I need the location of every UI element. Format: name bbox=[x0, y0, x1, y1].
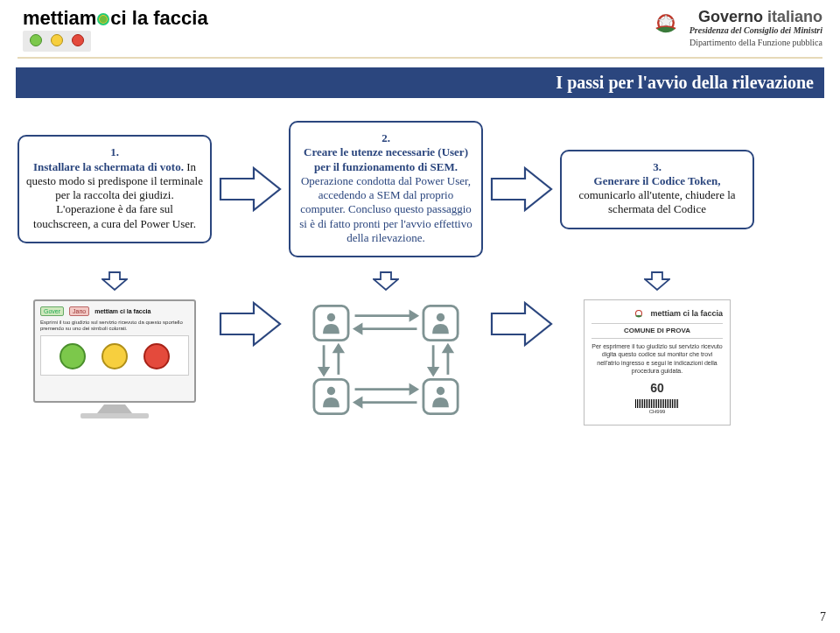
down-arrows-row bbox=[0, 266, 840, 291]
token-entity: COMUNE DI PROVA bbox=[592, 323, 723, 339]
steps-row: 1. Installare la schermata di voto. In q… bbox=[0, 98, 840, 266]
svg-rect-4 bbox=[424, 379, 458, 413]
monitor-illustration: Gover Jano mettiam ci la faccia Esprimi … bbox=[33, 299, 196, 418]
svg-point-7 bbox=[327, 387, 335, 395]
face-red-icon bbox=[72, 34, 84, 46]
gov-title: Governo italiano bbox=[698, 9, 822, 25]
svg-marker-12 bbox=[355, 325, 361, 333]
vote-face-yellow-icon bbox=[102, 343, 128, 369]
step-1-head: Installare la schermata di voto. bbox=[33, 160, 184, 173]
svg-marker-18 bbox=[319, 368, 327, 374]
page-number: 7 bbox=[820, 610, 826, 624]
svg-marker-10 bbox=[410, 312, 416, 320]
step-box-2: 2. Creare le utenze necessarie (User) pe… bbox=[289, 121, 483, 257]
step-3-head: Generare il Codice Token, bbox=[594, 174, 721, 187]
monitor-tag-red: Jano bbox=[69, 306, 89, 316]
users-diagram bbox=[298, 299, 473, 422]
svg-point-5 bbox=[327, 313, 335, 321]
token-instructions: Per esprimere il tuo giudizio sul serviz… bbox=[592, 342, 723, 374]
italy-emblem-icon bbox=[651, 9, 681, 37]
svg-marker-16 bbox=[355, 398, 361, 406]
step-1-number: 1. bbox=[110, 145, 119, 158]
gov-department: Dipartimento della Funzione pubblica bbox=[690, 38, 822, 47]
face-yellow-icon bbox=[51, 34, 63, 46]
vote-face-red-icon bbox=[144, 343, 170, 369]
svg-rect-3 bbox=[314, 379, 348, 413]
svg-point-8 bbox=[437, 387, 444, 395]
svg-point-6 bbox=[437, 313, 444, 321]
step-2-body: Operazione condotta dal Power User, acce… bbox=[299, 174, 472, 244]
slide-title: I passi per l'avvio della rilevazione bbox=[16, 67, 824, 98]
svg-marker-22 bbox=[429, 368, 437, 374]
barcode-icon bbox=[635, 399, 679, 408]
step-3-body: comunicarlo all'utente, chiudere la sche… bbox=[578, 188, 735, 215]
token-bar-label: CH999 bbox=[592, 409, 723, 416]
arrow-right-icon bbox=[490, 165, 553, 214]
arrow-right-icon bbox=[219, 165, 282, 214]
vote-face-green-icon bbox=[60, 343, 86, 369]
svg-rect-2 bbox=[424, 306, 458, 340]
brand-left: mettiamci la faccia bbox=[23, 9, 208, 52]
svg-marker-24 bbox=[444, 345, 452, 351]
italy-emblem-icon bbox=[633, 307, 645, 320]
arrow-right-icon bbox=[490, 299, 553, 348]
step-box-1: 1. Installare la schermata di voto. In q… bbox=[18, 135, 212, 243]
token-brand: mettiam ci la faccia bbox=[650, 310, 723, 318]
brand-right: Governo italiano Presidenza del Consigli… bbox=[651, 9, 822, 47]
arrow-right-icon bbox=[219, 299, 282, 348]
gov-subtitle: Presidenza del Consiglio dei Ministri bbox=[690, 25, 822, 35]
arrow-down-icon bbox=[644, 271, 670, 291]
monitor-brand: mettiam ci la faccia bbox=[94, 308, 150, 314]
monitor-instructions: Esprimi il tuo giudizio sul servizio ric… bbox=[40, 320, 189, 332]
svg-marker-14 bbox=[410, 385, 416, 393]
arrow-right-1 bbox=[212, 165, 289, 214]
arrow-right-2 bbox=[483, 165, 560, 214]
illustrations-row: Gover Jano mettiam ci la faccia Esprimi … bbox=[0, 291, 840, 426]
page-header: mettiamci la faccia Governo italiano Pre… bbox=[0, 0, 840, 55]
step-2-number: 2. bbox=[382, 131, 390, 144]
brand-faces-row bbox=[23, 31, 91, 52]
token-ticket: mettiam ci la faccia COMUNE DI PROVA Per… bbox=[584, 299, 731, 426]
arrow-down-icon bbox=[102, 271, 128, 291]
step-2-head: Creare le utenze necessarie (User) per i… bbox=[304, 145, 468, 172]
brand-dot-icon bbox=[97, 13, 109, 25]
header-divider bbox=[18, 57, 822, 59]
svg-marker-20 bbox=[334, 345, 342, 351]
token-code: 60 bbox=[592, 380, 723, 396]
arrow-down-icon bbox=[373, 271, 399, 291]
step-box-3: 3. Generare il Codice Token, comunicarlo… bbox=[560, 150, 754, 229]
brand-title: mettiamci la faccia bbox=[23, 9, 208, 28]
step-3-number: 3. bbox=[653, 160, 662, 173]
svg-rect-1 bbox=[314, 306, 348, 340]
face-green-icon bbox=[30, 34, 42, 46]
monitor-tag-green: Gover bbox=[40, 306, 64, 316]
